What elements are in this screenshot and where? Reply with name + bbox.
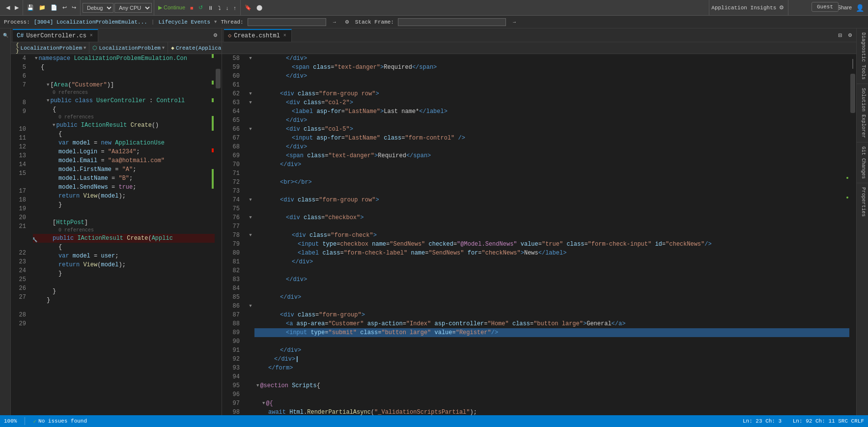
code-line: <div class="col-5"> xyxy=(254,125,849,134)
margin-dot xyxy=(846,177,848,179)
thread-input[interactable] xyxy=(248,18,326,26)
code-line: <div class="checkbox"> xyxy=(254,213,849,222)
method-icon: ◆ xyxy=(171,45,174,51)
code-line xyxy=(254,390,849,399)
settings-btn-right[interactable]: ⚙ xyxy=(846,31,854,39)
code-line: 0 references xyxy=(33,114,215,121)
namespace-icon: { } xyxy=(16,42,19,54)
close-create-cshtml[interactable]: × xyxy=(282,32,287,39)
thread-settings[interactable]: ⚙ xyxy=(343,18,351,26)
left-icon-bar: 🔍 xyxy=(0,28,11,415)
breadcrumb-localization2[interactable]: ⬡ LocalizationProblem ▼ xyxy=(89,42,168,54)
solution-explorer-tab[interactable]: Solution Explorer xyxy=(857,84,868,142)
fold-column: ▼ ▼ ▼ ▼ ▼ xyxy=(247,54,254,415)
code-line xyxy=(254,284,849,293)
code-line: ▼ public IActionResult Create() xyxy=(33,121,215,130)
margin-green-3 xyxy=(212,98,214,102)
step-out-btn[interactable]: ↑ xyxy=(231,4,238,12)
code-line: ▼ public class UserController : Controll xyxy=(33,96,215,105)
process-bar: Process: [3004] LocalizationProblemEmula… xyxy=(0,16,868,28)
close-user-controller[interactable]: × xyxy=(89,32,94,39)
margin-indicators xyxy=(212,54,214,415)
check-icon: ✓ xyxy=(33,418,36,425)
breadcrumb-localization[interactable]: { } LocalizationProblem ▼ xyxy=(13,42,89,54)
redo-btn[interactable]: ↪ xyxy=(70,3,78,12)
code-line: 0 references xyxy=(33,89,215,96)
left-code-content[interactable]: ▼ namespace LocalizationProblemEmulation… xyxy=(33,54,215,415)
tab-create-cshtml[interactable]: ◇ Create.cshtml × xyxy=(224,29,292,42)
object-browser-icon[interactable]: 🔍 xyxy=(2,30,9,40)
open-btn[interactable]: 📁 xyxy=(37,3,48,12)
code-line: </div> xyxy=(254,257,849,266)
margin-green-2 xyxy=(212,81,214,85)
left-scroll-thumb[interactable] xyxy=(216,69,221,88)
left-scrollbar[interactable] xyxy=(215,54,222,415)
new-btn[interactable]: 📄 xyxy=(49,3,59,12)
right-editor-panel: ◇ Create.cshtml × ⊟ ⚙ 58 59 60 xyxy=(222,28,856,415)
code-line-breakpoint: 🔧 public IActionResult Create(Applic xyxy=(33,234,215,243)
thread-go[interactable]: → xyxy=(330,18,339,26)
fold-58[interactable]: ▼ xyxy=(247,54,254,63)
code-line: <span class="text-danger">Required</span… xyxy=(254,151,849,160)
fold-66[interactable]: ▼ xyxy=(247,125,254,134)
file-buttons: 💾 📁 📄 ↩ ↪ xyxy=(23,0,81,15)
right-scrollbar[interactable] xyxy=(849,54,856,415)
properties-tab[interactable]: Properties xyxy=(857,183,868,221)
restart-btn[interactable]: ↺ xyxy=(196,3,205,12)
chevron2-icon: ▼ xyxy=(162,46,165,51)
step-over-btn[interactable]: ⤵ xyxy=(216,4,223,12)
process-label: Process: xyxy=(4,19,30,25)
code-line: { xyxy=(33,130,215,139)
step-into-btn[interactable]: ↓ xyxy=(224,4,231,12)
code-line: await Html.RenderPartialAsync("_Validati… xyxy=(254,408,849,415)
debug-config-dropdown[interactable]: Debug xyxy=(83,3,113,13)
code-line: ⇒ model.SendNews = true; xyxy=(33,183,215,192)
continue-btn[interactable]: ▶ Continue xyxy=(156,3,187,12)
right-tab-bar: ◇ Create.cshtml × ⊟ ⚙ xyxy=(222,28,856,42)
stop-btn[interactable]: ■ xyxy=(188,4,196,12)
settings-btn-left[interactable]: ⚙ xyxy=(211,31,220,39)
right-code-content[interactable]: </div> <span class="text-danger">Require… xyxy=(254,54,849,415)
app-insights-settings[interactable]: ⚙ xyxy=(777,3,786,12)
right-scroll-top xyxy=(852,59,853,69)
breakpoint-btn[interactable]: ⬤ xyxy=(254,3,264,12)
code-line xyxy=(33,278,215,287)
pause-btn[interactable]: ⏸ xyxy=(206,4,215,12)
right-scroll-thumb[interactable] xyxy=(850,74,855,113)
fold-63[interactable]: ▼ xyxy=(247,98,254,107)
code-line xyxy=(254,266,849,275)
code-line: ▼ namespace LocalizationProblemEmulation… xyxy=(33,54,215,63)
user-icon-btn[interactable]: 👤 xyxy=(854,3,866,13)
forward-btn[interactable]: ▶ xyxy=(13,3,21,12)
guest-button[interactable]: Guest xyxy=(812,2,839,12)
code-line: var model = user; xyxy=(33,252,215,260)
right-code-area: 58 59 60 61 62 63 64 65 66 67 68 69 70 7… xyxy=(222,54,856,415)
diagnostic-tools-tab[interactable]: Diagnostic Tools xyxy=(857,28,868,84)
git-changes-tab[interactable]: Git Changes xyxy=(857,142,868,183)
bookmark-btn[interactable]: 🔖 xyxy=(243,3,253,12)
cpu-dropdown[interactable]: Any CPU xyxy=(114,3,152,13)
code-line: </div> xyxy=(254,275,849,284)
cs-icon: C# xyxy=(17,32,24,39)
margin-green-4 xyxy=(212,116,214,131)
tab-label: UserController.cs xyxy=(26,32,86,39)
lifecycle-label[interactable]: Lifecycle Events xyxy=(158,19,210,25)
split-view-btn[interactable]: ⊟ xyxy=(836,31,844,39)
code-line: { xyxy=(33,243,215,252)
undo-btn[interactable]: ↩ xyxy=(60,3,69,12)
stack-frame-go[interactable]: → xyxy=(510,18,519,26)
fold-87[interactable]: ▼ xyxy=(247,302,254,311)
code-line: </div> xyxy=(254,293,849,302)
save-btn[interactable]: 💾 xyxy=(25,3,36,12)
code-line: ▼ @{ xyxy=(254,399,849,408)
breadcrumb-create[interactable]: ◆ Create(ApplicationU ▼ xyxy=(168,42,222,54)
code-line xyxy=(254,169,849,178)
stack-frame-input[interactable] xyxy=(398,18,506,26)
fold-78[interactable]: ▼ xyxy=(247,231,254,240)
fold-62[interactable]: ▼ xyxy=(247,89,254,98)
tab-user-controller[interactable]: C# UserController.cs × xyxy=(13,29,98,42)
margin-green-1 xyxy=(212,54,214,58)
fold-76[interactable]: ▼ xyxy=(247,213,254,222)
back-btn[interactable]: ◀ xyxy=(4,3,12,12)
fold-74[interactable]: ▼ xyxy=(247,196,254,204)
